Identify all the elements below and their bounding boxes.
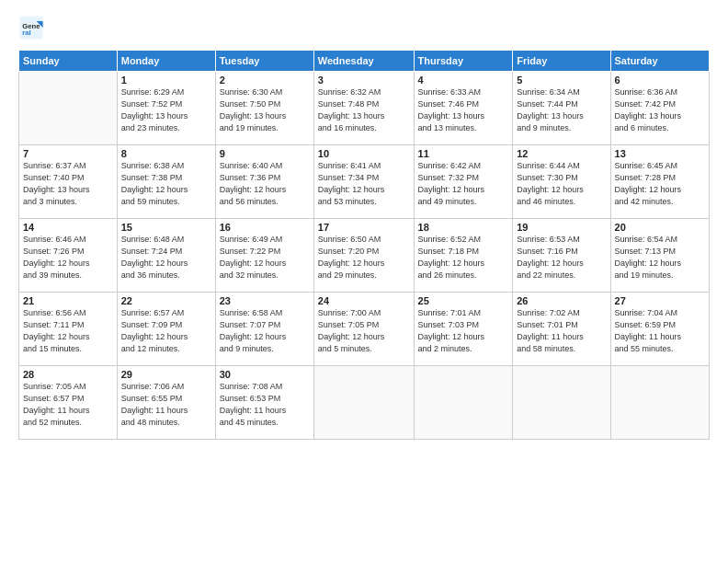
day-info: Daylight: 12 hours <box>220 331 310 343</box>
day-cell: 20Sunrise: 6:54 AMSunset: 7:13 PMDayligh… <box>610 219 709 293</box>
day-info: Sunrise: 6:58 AM <box>220 307 310 319</box>
day-info: Daylight: 11 hours <box>220 405 310 417</box>
day-info: Sunrise: 7:06 AM <box>121 381 211 393</box>
day-info: Sunrise: 7:08 AM <box>220 381 310 393</box>
header-row: SundayMondayTuesdayWednesdayThursdayFrid… <box>19 51 710 72</box>
day-info: and 42 minutes. <box>615 196 705 208</box>
day-info: and 23 minutes. <box>121 122 211 134</box>
day-info: Sunset: 6:55 PM <box>121 393 211 405</box>
day-info: Sunset: 7:38 PM <box>121 172 211 184</box>
day-info: Sunrise: 6:33 AM <box>418 86 509 98</box>
day-info: Daylight: 13 hours <box>23 184 113 196</box>
day-number: 20 <box>615 222 705 233</box>
day-info: Sunrise: 7:00 AM <box>318 307 410 319</box>
day-number: 3 <box>318 75 410 86</box>
day-info: Sunrise: 7:04 AM <box>615 307 705 319</box>
day-number: 6 <box>615 75 705 86</box>
day-cell: 1Sunrise: 6:29 AMSunset: 7:52 PMDaylight… <box>117 72 215 145</box>
day-number: 2 <box>220 75 310 86</box>
day-info: Sunset: 7:40 PM <box>23 172 113 184</box>
day-info: Sunrise: 7:02 AM <box>517 307 606 319</box>
day-info: Sunrise: 6:40 AM <box>220 160 310 172</box>
day-info: Sunset: 7:46 PM <box>418 98 509 110</box>
day-number: 10 <box>318 148 410 159</box>
day-info: and 5 minutes. <box>318 343 410 355</box>
day-info: Sunset: 7:20 PM <box>318 246 410 258</box>
day-number: 25 <box>418 295 509 306</box>
header: Gene ral <box>18 15 710 40</box>
day-info: and 36 minutes. <box>121 270 211 282</box>
day-info: Daylight: 11 hours <box>121 405 211 417</box>
day-info: and 45 minutes. <box>220 417 310 429</box>
day-info: Sunset: 7:09 PM <box>121 319 211 331</box>
day-info: Sunrise: 6:54 AM <box>615 234 705 246</box>
day-number: 14 <box>23 222 113 233</box>
col-header-friday: Friday <box>513 51 610 72</box>
day-info: and 29 minutes. <box>318 270 410 282</box>
day-info: Sunrise: 6:41 AM <box>318 160 410 172</box>
day-cell: 16Sunrise: 6:49 AMSunset: 7:22 PMDayligh… <box>215 219 313 293</box>
day-info: Sunset: 7:01 PM <box>517 319 606 331</box>
day-info: and 49 minutes. <box>418 196 509 208</box>
day-cell: 6Sunrise: 6:36 AMSunset: 7:42 PMDaylight… <box>610 72 709 145</box>
day-info: Sunrise: 6:52 AM <box>418 234 509 246</box>
day-info: Sunset: 7:34 PM <box>318 172 410 184</box>
day-info: Sunrise: 6:56 AM <box>23 307 113 319</box>
day-info: Sunset: 7:16 PM <box>517 246 606 258</box>
day-info: Sunset: 7:36 PM <box>220 172 310 184</box>
day-info: and 15 minutes. <box>23 343 113 355</box>
day-cell: 11Sunrise: 6:42 AMSunset: 7:32 PMDayligh… <box>414 145 513 219</box>
day-info: Sunrise: 6:45 AM <box>615 160 705 172</box>
day-cell: 5Sunrise: 6:34 AMSunset: 7:44 PMDaylight… <box>513 72 610 145</box>
week-row-4: 28Sunrise: 7:05 AMSunset: 6:57 PMDayligh… <box>19 366 710 440</box>
day-number: 11 <box>418 148 509 159</box>
day-number: 16 <box>220 222 310 233</box>
day-info: Sunset: 6:59 PM <box>615 319 705 331</box>
day-number: 28 <box>23 369 113 380</box>
day-info: Daylight: 12 hours <box>418 331 509 343</box>
day-info: Daylight: 12 hours <box>318 258 410 270</box>
day-cell: 17Sunrise: 6:50 AMSunset: 7:20 PMDayligh… <box>313 219 414 293</box>
day-info: Daylight: 11 hours <box>23 405 113 417</box>
day-number: 8 <box>121 148 211 159</box>
day-cell: 7Sunrise: 6:37 AMSunset: 7:40 PMDaylight… <box>19 145 118 219</box>
day-info: Sunrise: 6:50 AM <box>318 234 410 246</box>
day-number: 30 <box>220 369 310 380</box>
day-info: and 26 minutes. <box>418 270 509 282</box>
day-cell: 9Sunrise: 6:40 AMSunset: 7:36 PMDaylight… <box>215 145 313 219</box>
day-cell: 21Sunrise: 6:56 AMSunset: 7:11 PMDayligh… <box>19 293 118 366</box>
calendar-table: SundayMondayTuesdayWednesdayThursdayFrid… <box>18 50 710 440</box>
day-cell: 2Sunrise: 6:30 AMSunset: 7:50 PMDaylight… <box>215 72 313 145</box>
day-number: 9 <box>220 148 310 159</box>
day-info: Sunset: 7:13 PM <box>615 246 705 258</box>
day-cell: 26Sunrise: 7:02 AMSunset: 7:01 PMDayligh… <box>513 293 610 366</box>
day-info: Sunrise: 6:57 AM <box>121 307 211 319</box>
day-info: and 55 minutes. <box>615 343 705 355</box>
day-info: and 2 minutes. <box>418 343 509 355</box>
day-cell <box>414 366 513 440</box>
day-cell: 4Sunrise: 6:33 AMSunset: 7:46 PMDaylight… <box>414 72 513 145</box>
day-number: 13 <box>615 148 705 159</box>
day-number: 19 <box>517 222 606 233</box>
day-info: Sunset: 7:07 PM <box>220 319 310 331</box>
day-info: Sunrise: 6:38 AM <box>121 160 211 172</box>
day-info: Daylight: 12 hours <box>517 258 606 270</box>
day-info: Sunset: 7:24 PM <box>121 246 211 258</box>
col-header-thursday: Thursday <box>414 51 513 72</box>
col-header-tuesday: Tuesday <box>215 51 313 72</box>
day-info: and 16 minutes. <box>318 122 410 134</box>
day-info: Sunrise: 7:01 AM <box>418 307 509 319</box>
col-header-monday: Monday <box>117 51 215 72</box>
day-info: and 12 minutes. <box>121 343 211 355</box>
day-info: Sunset: 7:28 PM <box>615 172 705 184</box>
col-header-saturday: Saturday <box>610 51 709 72</box>
day-info: Daylight: 12 hours <box>23 258 113 270</box>
day-info: Sunrise: 6:29 AM <box>121 86 211 98</box>
day-cell <box>513 366 610 440</box>
logo: Gene ral <box>18 15 48 40</box>
day-info: Daylight: 12 hours <box>517 184 606 196</box>
day-cell <box>313 366 414 440</box>
day-info: and 19 minutes. <box>615 270 705 282</box>
day-info: Sunrise: 6:37 AM <box>23 160 113 172</box>
day-info: Daylight: 12 hours <box>23 331 113 343</box>
